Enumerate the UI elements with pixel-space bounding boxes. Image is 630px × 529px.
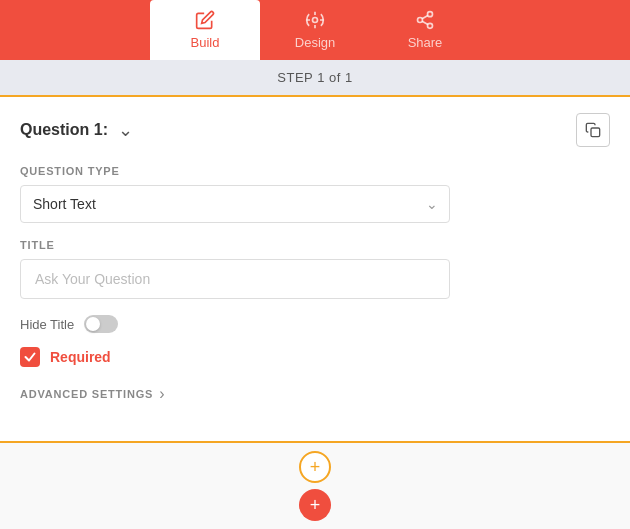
svg-point-0 — [313, 18, 318, 23]
title-section: TITLE — [20, 239, 610, 299]
build-icon — [195, 10, 215, 33]
required-checkbox[interactable] — [20, 347, 40, 367]
add-orange-button[interactable]: + — [299, 451, 331, 483]
add-red-button[interactable]: + — [299, 489, 331, 521]
top-navigation: Build Design Share — [0, 0, 630, 60]
hide-title-toggle[interactable] — [84, 315, 118, 333]
question-collapse-icon[interactable]: ⌄ — [118, 119, 133, 141]
advanced-settings-label: ADVANCED SETTINGS — [20, 388, 153, 400]
hide-title-row: Hide Title — [20, 315, 610, 333]
tab-build[interactable]: Build — [150, 0, 260, 60]
required-label: Required — [50, 349, 111, 365]
title-input[interactable] — [20, 259, 450, 299]
tab-design[interactable]: Design — [260, 0, 370, 60]
question-type-label: QUESTION TYPE — [20, 165, 610, 177]
question-type-section: QUESTION TYPE Short Text Long Text Multi… — [20, 165, 610, 223]
step-text: STEP 1 of 1 — [277, 70, 352, 85]
copy-button[interactable] — [576, 113, 610, 147]
main-content: Question 1: ⌄ QUESTION TYPE Short Text L… — [0, 95, 630, 429]
title-field-label: TITLE — [20, 239, 610, 251]
svg-line-2 — [422, 15, 428, 18]
question-type-select[interactable]: Short Text Long Text Multiple Choice Ema… — [20, 185, 450, 223]
advanced-settings-row[interactable]: ADVANCED SETTINGS › — [20, 385, 610, 403]
add-red-icon: + — [310, 496, 321, 514]
question-label: Question 1: — [20, 121, 108, 139]
design-icon — [305, 10, 325, 33]
question-header: Question 1: ⌄ — [20, 113, 610, 147]
svg-rect-3 — [591, 128, 600, 137]
svg-line-1 — [422, 21, 428, 24]
hide-title-label: Hide Title — [20, 317, 74, 332]
tab-share[interactable]: Share — [370, 0, 480, 60]
question-type-wrapper: Short Text Long Text Multiple Choice Ema… — [20, 185, 450, 223]
share-icon — [415, 10, 435, 33]
question-title-row: Question 1: ⌄ — [20, 119, 576, 141]
tab-design-label: Design — [295, 35, 335, 50]
tab-share-label: Share — [408, 35, 443, 50]
required-row: Required — [20, 347, 610, 367]
advanced-settings-icon: › — [159, 385, 164, 403]
tab-build-label: Build — [191, 35, 220, 50]
toggle-thumb — [86, 317, 100, 331]
bottom-area: + + — [0, 441, 630, 529]
step-bar: STEP 1 of 1 — [0, 60, 630, 95]
add-orange-icon: + — [310, 458, 321, 476]
